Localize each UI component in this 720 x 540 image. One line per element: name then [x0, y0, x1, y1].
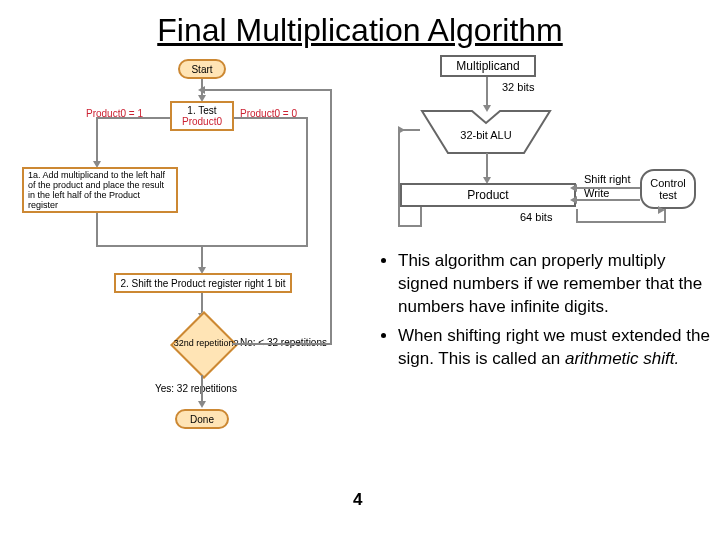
bits32-label: 32 bits — [502, 81, 534, 93]
done-node: Done — [175, 409, 229, 429]
start-node: Start — [178, 59, 226, 79]
bullet-1: This algorithm can properly multiply sig… — [398, 250, 710, 319]
test-label: 1. Test — [187, 105, 216, 116]
bullet-2: When shifting right we must extended the… — [398, 325, 710, 371]
product-box: Product — [400, 183, 576, 207]
alu-label: 32-bit ALU — [460, 129, 511, 141]
shift-label: Shift right — [584, 173, 630, 185]
page-title: Final Multiplication Algorithm — [0, 0, 720, 53]
multiplicand-box: Multiplicand — [440, 55, 536, 77]
step2-node: 2. Shift the Product register right 1 bi… — [114, 273, 292, 293]
step1a-node: 1a. Add multiplicand to the left half of… — [22, 167, 178, 213]
bullet-list: This algorithm can properly multiply sig… — [380, 250, 710, 377]
control-box: Control test — [640, 169, 696, 209]
decision-node: 32nd repetition? — [170, 311, 238, 379]
bits64-label: 64 bits — [520, 211, 552, 223]
page-number: 4 — [353, 490, 362, 510]
alu-shape: 32-bit ALU — [420, 109, 552, 155]
test-node: 1. Test Product0 — [170, 101, 234, 131]
yes-label: Yes: 32 repetitions — [155, 383, 237, 394]
test-sublabel: Product0 — [182, 116, 222, 127]
